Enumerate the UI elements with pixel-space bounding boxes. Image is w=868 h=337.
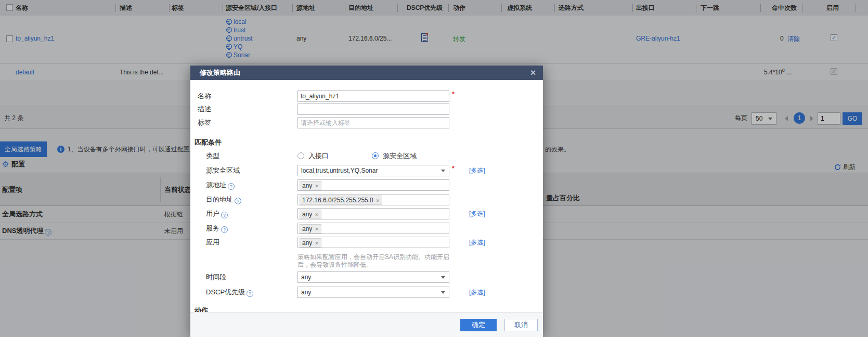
app-note-line1: 策略如果配置应用，会自动开启SA识别功能。功能开启	[297, 253, 449, 261]
description-input[interactable]	[297, 103, 449, 115]
dst-addr-tagbox[interactable]: 172.16.6.0/255.255.255.0✕	[297, 194, 449, 205]
help-icon[interactable]: ?	[221, 226, 228, 233]
app-tagbox[interactable]: any✕	[297, 237, 449, 248]
app-chip: any✕	[300, 238, 321, 248]
app-label: 应用	[206, 237, 219, 248]
remove-chip-icon[interactable]: ✕	[315, 212, 319, 217]
time-range-label: 时间段	[206, 271, 226, 283]
name-label: 名称	[198, 90, 211, 102]
radio-src-zone-label[interactable]: 源安全区域	[383, 150, 417, 162]
radio-in-interface[interactable]	[297, 152, 304, 159]
radio-in-interface-label[interactable]: 入接口	[308, 150, 329, 162]
addr-chip: 172.16.6.0/255.255.255.0✕	[300, 196, 382, 205]
user-multi-select-link[interactable]: [多选]	[469, 208, 485, 219]
type-label: 类型	[206, 150, 219, 162]
remove-chip-icon[interactable]: ✕	[315, 227, 319, 232]
app-root: 名称 描述 标签 源安全区域/入接口 源地址 目的地址 DSCP优先级 动作 虚…	[0, 0, 868, 337]
dialog-footer: 确定 取消	[190, 312, 543, 337]
dscp-select[interactable]: any	[297, 287, 449, 298]
ok-button[interactable]: 确定	[460, 319, 497, 331]
dst-addr-label: 目的地址?	[206, 194, 241, 205]
user-label: 用户?	[206, 208, 228, 219]
radio-src-zone[interactable]	[372, 152, 379, 159]
chevron-down-icon	[441, 291, 445, 294]
service-tagbox[interactable]: any✕	[297, 223, 449, 234]
chevron-down-icon	[441, 170, 445, 172]
help-icon[interactable]: ?	[247, 290, 253, 297]
src-zone-select[interactable]: local,trust,untrust,YQ,Sonar	[297, 165, 449, 176]
help-icon[interactable]: ?	[228, 183, 235, 190]
help-icon[interactable]: ?	[221, 212, 228, 218]
src-zone-multi-select-link[interactable]: [多选]	[469, 165, 485, 176]
required-mark: *	[452, 165, 455, 172]
description-label: 描述	[198, 103, 211, 115]
src-addr-label: 源地址?	[206, 179, 235, 191]
cancel-button[interactable]: 取消	[504, 319, 538, 331]
service-chip: any✕	[300, 224, 321, 234]
remove-chip-icon[interactable]: ✕	[315, 241, 319, 246]
help-icon[interactable]: ?	[235, 198, 241, 204]
service-label: 服务?	[206, 223, 228, 234]
close-icon[interactable]: ✕	[528, 68, 538, 77]
dialog-title-bar: 修改策略路由 ✕	[190, 66, 543, 80]
name-input[interactable]	[297, 90, 449, 102]
required-mark: *	[452, 90, 455, 98]
user-tagbox[interactable]: any✕	[297, 208, 449, 219]
src-zone-label: 源安全区域	[206, 165, 240, 176]
app-multi-select-link[interactable]: [多选]	[469, 237, 485, 248]
tag-input[interactable]	[297, 117, 449, 128]
remove-chip-icon[interactable]: ✕	[315, 184, 319, 189]
remove-chip-icon[interactable]: ✕	[376, 198, 380, 203]
app-note-line2: 后，会导致设备性能降低。	[297, 261, 372, 269]
addr-chip: any✕	[300, 181, 321, 190]
chevron-down-icon	[441, 276, 445, 279]
src-addr-tagbox[interactable]: any✕	[297, 179, 449, 191]
user-chip: any✕	[300, 210, 321, 219]
tag-label: 标签	[198, 117, 211, 128]
dscp-multi-select-link[interactable]: [多选]	[469, 287, 485, 298]
edit-policy-route-dialog: 修改策略路由 ✕ 名称 * 描述 标签 匹配条件 类型 入接口 源安全区域 源安…	[190, 66, 543, 337]
match-conditions-section: 匹配条件	[195, 138, 222, 147]
dialog-title: 修改策略路由	[200, 66, 240, 80]
dscp-label: DSCP优先级?	[206, 287, 253, 298]
time-range-select[interactable]: any	[297, 271, 449, 283]
